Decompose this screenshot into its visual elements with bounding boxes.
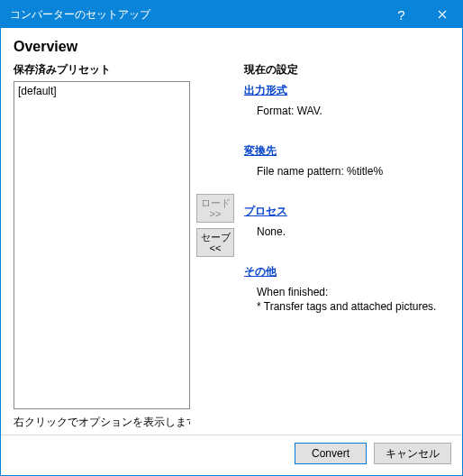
window-title: コンバーターのセットアップ — [10, 7, 381, 23]
page-title: Overview — [14, 39, 449, 55]
other-body-line1: When finished: — [257, 285, 449, 299]
help-button[interactable]: ? — [381, 1, 422, 28]
help-icon: ? — [397, 7, 404, 23]
presets-column: 保存済みプリセット [default] 右クリックでオプションを表示します — [14, 62, 190, 429]
other-body: When finished: * Transfer tags and attac… — [244, 285, 449, 314]
process-link[interactable]: プロセス — [244, 204, 287, 219]
load-label-line2: >> — [210, 208, 222, 219]
section-destination: 変換先 File name pattern: %title% — [244, 143, 449, 178]
section-output: 出力形式 Format: WAV. — [244, 83, 449, 118]
load-label-line1: ロード — [201, 197, 231, 208]
settings-column: 現在の設定 出力形式 Format: WAV. 変換先 File name pa… — [241, 62, 449, 429]
titlebar: コンバーターのセットアップ ? — [1, 1, 462, 28]
save-label-line2: << — [210, 243, 222, 253]
presets-hint: 右クリックでオプションを表示します — [14, 415, 190, 429]
presets-label: 保存済みプリセット — [14, 62, 190, 78]
other-link[interactable]: その他 — [244, 264, 277, 279]
output-format-body: Format: WAV. — [244, 104, 449, 118]
preset-buttons-column: ロード >> セーブ << — [195, 62, 235, 429]
process-body: None. — [244, 224, 449, 239]
presets-listbox[interactable]: [default] — [14, 81, 190, 409]
destination-link[interactable]: 変換先 — [244, 143, 277, 159]
save-label-line1: セーブ — [201, 232, 231, 243]
cancel-button[interactable]: キャンセル — [374, 443, 451, 464]
settings-label: 現在の設定 — [244, 62, 449, 78]
convert-button[interactable]: Convert — [295, 443, 367, 464]
content-area: Overview 保存済みプリセット [default] 右クリックでオプション… — [1, 28, 462, 435]
dialog-buttons: Convert キャンセル — [1, 439, 462, 475]
close-button[interactable] — [422, 1, 462, 28]
dialog-window: コンバーターのセットアップ ? Overview 保存済みプリセット [defa… — [0, 0, 463, 476]
section-process: プロセス None. — [244, 204, 449, 239]
other-body-line2: * Transfer tags and attached pictures. — [257, 299, 449, 314]
preset-item[interactable]: [default] — [18, 84, 186, 98]
close-icon — [438, 10, 447, 19]
separator — [1, 435, 462, 435]
load-preset-button[interactable]: ロード >> — [196, 194, 234, 223]
save-preset-button[interactable]: セーブ << — [196, 228, 234, 257]
columns: 保存済みプリセット [default] 右クリックでオプションを表示します ロー… — [14, 62, 449, 429]
output-format-link[interactable]: 出力形式 — [244, 83, 287, 98]
destination-body: File name pattern: %title% — [244, 164, 449, 178]
section-other: その他 When finished: * Transfer tags and a… — [244, 264, 449, 314]
